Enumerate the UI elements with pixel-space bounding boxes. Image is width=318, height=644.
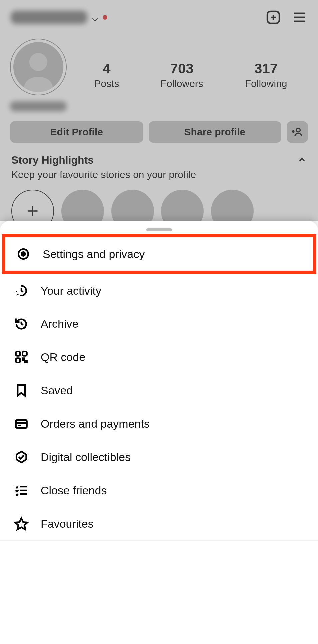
menu-your-activity[interactable]: Your activity (0, 274, 318, 307)
menu-item-label: QR code (41, 351, 85, 364)
credit-card-icon (13, 416, 29, 431)
modal-backdrop[interactable] (0, 0, 318, 221)
menu-item-label: Archive (41, 318, 78, 330)
menu-item-label: Saved (41, 384, 73, 397)
archive-icon (13, 317, 29, 331)
list-star-icon (13, 483, 29, 498)
bottom-sheet-menu: Settings and privacy Your activity (0, 221, 318, 644)
divider (0, 540, 318, 541)
activity-icon (13, 283, 29, 298)
menu-favourites[interactable]: Favourites (0, 507, 318, 540)
menu-orders-payments[interactable]: Orders and payments (0, 407, 318, 440)
menu-item-label: Favourites (41, 517, 94, 530)
menu-item-label: Digital collectibles (41, 451, 131, 464)
svg-marker-29 (15, 518, 28, 530)
menu-item-label: Your activity (41, 284, 101, 297)
menu-saved[interactable]: Saved (0, 374, 318, 407)
svg-point-13 (22, 252, 25, 256)
menu-item-label: Orders and payments (41, 417, 150, 430)
annotation-highlight: Settings and privacy (2, 234, 316, 274)
svg-rect-14 (16, 352, 20, 356)
svg-rect-17 (23, 358, 25, 360)
svg-marker-25 (15, 489, 19, 492)
hexagon-check-icon (13, 450, 29, 464)
svg-marker-23 (15, 485, 19, 489)
menu-settings-privacy[interactable]: Settings and privacy (5, 237, 313, 271)
menu-archive[interactable]: Archive (0, 307, 318, 340)
svg-rect-15 (23, 352, 27, 356)
svg-rect-18 (25, 361, 27, 363)
bookmark-icon (13, 383, 29, 398)
menu-close-friends[interactable]: Close friends (0, 474, 318, 507)
svg-rect-16 (16, 358, 20, 363)
menu-item-label: Settings and privacy (43, 248, 145, 261)
sheet-grabber[interactable] (146, 228, 172, 231)
svg-marker-27 (15, 493, 19, 496)
menu-digital-collectibles[interactable]: Digital collectibles (0, 440, 318, 474)
svg-rect-19 (16, 420, 27, 428)
star-icon (13, 516, 29, 531)
menu-item-label: Close friends (41, 484, 107, 497)
qr-code-icon (13, 350, 29, 364)
gear-icon (15, 247, 31, 261)
menu-qr-code[interactable]: QR code (0, 340, 318, 374)
